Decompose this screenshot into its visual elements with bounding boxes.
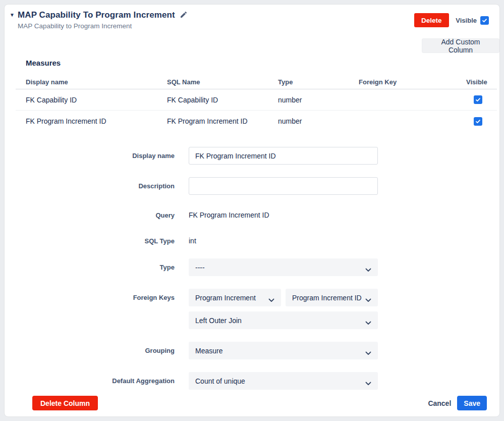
add-custom-column-button[interactable]: Add Custom Column	[422, 38, 499, 53]
form-row-sql-type: SQL Type int	[5, 232, 500, 249]
display-name-input[interactable]	[189, 147, 378, 165]
chevron-down-icon	[365, 379, 371, 387]
grouping-label: Grouping	[5, 342, 175, 359]
form-row-grouping: Grouping Measure	[5, 342, 500, 359]
foreign-key-column-select[interactable]: Program Increment ID	[286, 289, 378, 306]
delete-button[interactable]: Delete	[414, 13, 449, 27]
query-label: Query	[5, 206, 175, 224]
col-header-foreign-key: Foreign Key	[349, 78, 466, 86]
row-sql-name: FK Program Increment ID	[157, 117, 268, 125]
measures-table-header: Display name SQL Name Type Foreign Key V…	[16, 75, 497, 89]
config-panel: ▼ MAP Capability To Program Increment MA…	[4, 4, 500, 417]
save-button[interactable]: Save	[457, 396, 487, 410]
visible-label: Visible	[456, 17, 477, 24]
sql-type-value: int	[189, 232, 196, 249]
form-row-default-aggregation: Default Aggregation Count of unique	[5, 372, 500, 390]
chevron-down-icon	[268, 296, 274, 304]
join-type-value: Left Outer Join	[195, 317, 242, 325]
page-title: MAP Capability To Program Increment	[18, 10, 188, 21]
row-display-name: FK Program Increment ID	[16, 117, 157, 125]
row-visible-checkbox[interactable]	[474, 95, 482, 104]
form-row-join-type: Left Outer Join	[5, 311, 500, 329]
foreign-key-column-value: Program Increment ID	[292, 294, 362, 302]
display-name-label: Display name	[5, 147, 175, 165]
default-aggregation-label: Default Aggregation	[5, 372, 175, 390]
row-type: number	[268, 96, 349, 104]
page-subtitle: MAP Capability to Program Increment	[18, 22, 132, 30]
join-type-select[interactable]: Left Outer Join	[189, 311, 378, 329]
sql-type-label: SQL Type	[5, 232, 175, 249]
type-select[interactable]: ----	[189, 258, 378, 276]
col-header-display-name: Display name	[16, 78, 157, 86]
query-value: FK Program Increment ID	[189, 206, 269, 224]
description-input[interactable]	[189, 177, 378, 195]
cancel-button[interactable]: Cancel	[428, 399, 451, 407]
col-header-type: Type	[268, 78, 349, 86]
description-label: Description	[5, 177, 175, 195]
chevron-down-icon	[365, 266, 371, 274]
row-sql-name: FK Capability ID	[157, 96, 268, 104]
foreign-key-table-select[interactable]: Program Increment	[189, 289, 281, 306]
col-header-visible: Visible	[466, 78, 497, 86]
form-row-display-name: Display name	[5, 147, 500, 165]
collapse-triangle-icon[interactable]: ▼	[10, 12, 15, 18]
form-row-description: Description	[5, 177, 500, 195]
chevron-down-icon	[365, 349, 371, 357]
measures-table: Display name SQL Name Type Foreign Key V…	[16, 75, 497, 132]
type-select-value: ----	[195, 264, 205, 272]
col-header-sql-name: SQL Name	[157, 78, 268, 86]
chevron-down-icon	[365, 296, 371, 304]
measures-heading: Measures	[26, 59, 61, 67]
row-type: number	[268, 117, 349, 125]
form-row-foreign-keys: Foreign Keys Program Increment Program I…	[5, 289, 500, 306]
grouping-value: Measure	[195, 347, 222, 355]
visible-toggle-group: Visible	[456, 16, 489, 25]
visible-checkbox[interactable]	[480, 16, 489, 25]
form-row-query: Query FK Program Increment ID	[5, 206, 500, 224]
delete-column-button[interactable]: Delete Column	[32, 396, 98, 410]
edit-pencil-icon[interactable]	[180, 11, 188, 21]
row-visible-checkbox[interactable]	[474, 117, 482, 126]
foreign-keys-label: Foreign Keys	[5, 289, 175, 306]
foreign-key-table-value: Program Increment	[195, 294, 256, 302]
row-display-name: FK Capability ID	[16, 96, 157, 104]
default-aggregation-value: Count of unique	[195, 377, 245, 385]
chevron-down-icon	[365, 319, 371, 327]
grouping-select[interactable]: Measure	[189, 342, 378, 359]
default-aggregation-select[interactable]: Count of unique	[189, 372, 378, 390]
type-label: Type	[5, 258, 175, 276]
footer-actions: Cancel Save	[428, 396, 487, 410]
table-row[interactable]: FK Capability ID FK Capability ID number	[16, 89, 497, 111]
page-title-text: MAP Capability To Program Increment	[18, 10, 175, 20]
table-row[interactable]: FK Program Increment ID FK Program Incre…	[16, 111, 497, 132]
form-row-type: Type ----	[5, 258, 500, 276]
